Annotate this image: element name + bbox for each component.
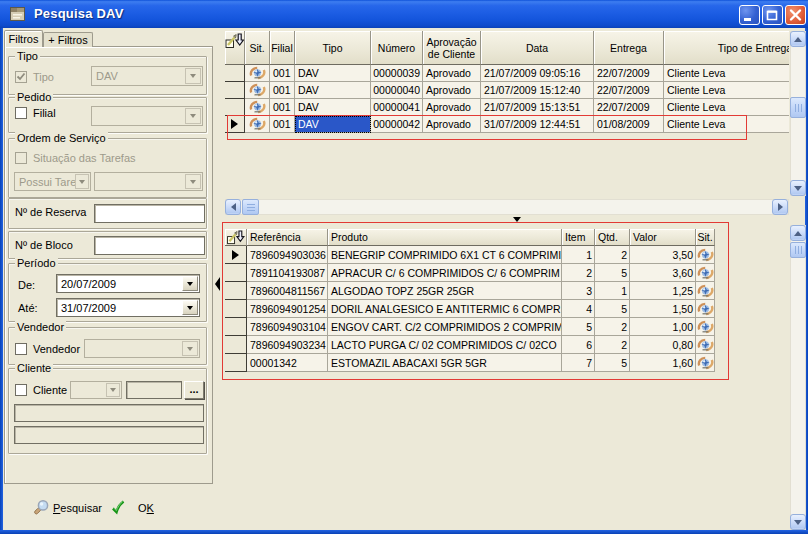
items-row-sit-icon[interactable] xyxy=(696,300,715,318)
table-cell[interactable]: 00001342 xyxy=(247,354,328,372)
orders-col-filial[interactable]: Filial xyxy=(270,31,295,65)
table-cell[interactable]: 00000041 xyxy=(371,99,423,116)
tipo-checkbox[interactable] xyxy=(15,71,27,83)
table-cell[interactable]: 7891104193087 xyxy=(247,264,328,282)
items-scroll-up-button[interactable] xyxy=(790,225,806,241)
table-cell[interactable]: Cliente Leva xyxy=(664,82,789,99)
table-cell[interactable]: 22/07/2009 xyxy=(594,99,664,116)
table-cell[interactable]: 3 xyxy=(562,282,595,300)
possui-tarefa-combo-arrow[interactable] xyxy=(75,174,89,189)
table-cell[interactable]: 7 xyxy=(562,354,595,372)
table-cell[interactable]: LACTO PURGA C/ 02 COMPRIMIDOS C/ 02CO xyxy=(328,336,562,354)
table-cell[interactable]: Aprovado xyxy=(423,116,481,133)
table-cell[interactable]: 00000042 xyxy=(371,116,423,133)
items-row-sit-icon[interactable] xyxy=(696,354,715,372)
vendedor-checkbox[interactable] xyxy=(15,343,27,355)
table-cell[interactable]: 001 xyxy=(270,65,295,82)
items-row-sit-icon[interactable] xyxy=(696,282,715,300)
orders-scroll-left-button[interactable] xyxy=(225,199,241,215)
orders-hscroll-thumb[interactable] xyxy=(242,199,259,215)
tarefa-combo[interactable] xyxy=(94,172,203,191)
table-cell[interactable]: ENGOV CART. C/2 COMPRIMIDOS 2 COMPRIM xyxy=(328,318,562,336)
table-cell[interactable]: DAV xyxy=(295,99,371,116)
minimize-button[interactable] xyxy=(739,5,760,25)
orders-scroll-up-button[interactable] xyxy=(790,31,806,47)
items-col-referencia[interactable]: Referência xyxy=(247,229,328,246)
orders-row-sit-icon[interactable] xyxy=(245,99,270,116)
table-cell[interactable]: 2 xyxy=(595,336,630,354)
periodo-ate-arrow[interactable] xyxy=(182,300,198,315)
pesquisar-button[interactable]: Pesquisar xyxy=(33,499,102,517)
periodo-de-combo[interactable]: 20/07/2009 xyxy=(56,274,200,293)
table-cell[interactable]: ESTOMAZIL ABACAXI 5GR 5GR xyxy=(328,354,562,372)
table-cell[interactable]: BENEGRIP COMPRIMIDO 6X1 CT 6 COMPRIMI xyxy=(328,246,562,264)
tab-mais-filtros[interactable]: + Filtros xyxy=(43,32,93,47)
orders-col-tipo[interactable]: Tipo xyxy=(295,31,371,65)
table-cell[interactable]: 2 xyxy=(562,264,595,282)
items-col-item[interactable]: Item xyxy=(562,229,595,246)
selected-cell[interactable]: DAV xyxy=(295,116,371,133)
table-cell[interactable]: 1 xyxy=(595,282,630,300)
tipo-combo-arrow[interactable] xyxy=(185,68,201,84)
orders-col-tipo-entrega[interactable]: Tipo de Entrega xyxy=(664,31,789,65)
cliente-combo[interactable] xyxy=(70,381,122,399)
table-cell[interactable]: Cliente Leva xyxy=(664,116,789,133)
vendedor-combo-arrow[interactable] xyxy=(182,341,198,356)
table-cell[interactable]: 1,00 xyxy=(630,318,696,336)
table-cell[interactable]: 6 xyxy=(562,336,595,354)
table-cell[interactable]: 1,25 xyxy=(630,282,696,300)
splitter-collapse-arrow[interactable] xyxy=(513,217,521,222)
filial-combo[interactable] xyxy=(91,106,203,126)
cliente-address-field[interactable] xyxy=(14,426,204,444)
orders-vscroll-thumb[interactable] xyxy=(790,97,806,118)
orders-col-numero[interactable]: Número xyxy=(371,31,423,65)
situacao-tarefas-checkbox[interactable] xyxy=(15,152,27,164)
table-cell[interactable]: 5 xyxy=(595,300,630,318)
cliente-combo-arrow[interactable] xyxy=(106,383,120,397)
table-cell[interactable]: Aprovado xyxy=(423,65,481,82)
tarefa-combo-arrow[interactable] xyxy=(185,174,201,189)
table-cell[interactable]: DORIL ANALGESICO E ANTITERMIC 6 COMPR xyxy=(328,300,562,318)
items-vscroll-thumb[interactable] xyxy=(790,242,806,258)
table-cell[interactable]: 21/07/2009 15:12:40 xyxy=(481,82,594,99)
items-row-sit-icon[interactable] xyxy=(696,318,715,336)
close-button[interactable] xyxy=(785,5,806,25)
tipo-combo[interactable]: DAV xyxy=(91,66,203,86)
orders-grid-customize-header[interactable] xyxy=(225,31,245,65)
table-cell[interactable]: 7896094901254 xyxy=(247,300,328,318)
orders-col-data[interactable]: Data xyxy=(481,31,594,65)
table-cell[interactable]: 3,50 xyxy=(630,246,696,264)
table-cell[interactable]: 22/07/2009 xyxy=(594,65,664,82)
table-cell[interactable]: 2 xyxy=(595,318,630,336)
table-cell[interactable]: 5 xyxy=(562,318,595,336)
table-cell[interactable]: 1,50 xyxy=(630,300,696,318)
orders-row-sit-icon[interactable] xyxy=(245,82,270,99)
table-cell[interactable]: 21/07/2009 15:13:51 xyxy=(481,99,594,116)
cliente-name-field[interactable] xyxy=(14,404,204,422)
orders-scroll-right-button[interactable] xyxy=(772,199,788,215)
table-cell[interactable]: 00000039 xyxy=(371,65,423,82)
table-cell[interactable]: 00000040 xyxy=(371,82,423,99)
table-cell[interactable]: 31/07/2009 12:44:51 xyxy=(481,116,594,133)
table-cell[interactable]: 001 xyxy=(270,99,295,116)
table-cell[interactable]: DAV xyxy=(295,65,371,82)
items-row-sit-icon[interactable] xyxy=(696,336,715,354)
table-cell[interactable]: 7896094903104 xyxy=(247,318,328,336)
periodo-ate-combo[interactable]: 31/07/2009 xyxy=(56,298,200,317)
table-cell[interactable]: DAV xyxy=(295,82,371,99)
table-cell[interactable]: 5 xyxy=(595,264,630,282)
table-cell[interactable]: 2 xyxy=(595,246,630,264)
cliente-checkbox[interactable] xyxy=(15,384,27,396)
orders-col-aprovacao[interactable]: Aprovação de Cliente xyxy=(423,31,481,65)
orders-col-sit[interactable]: Sit. xyxy=(245,31,270,65)
periodo-de-arrow[interactable] xyxy=(182,276,198,291)
items-vscrollbar[interactable] xyxy=(790,225,806,530)
table-cell[interactable]: 1,60 xyxy=(630,354,696,372)
table-cell[interactable]: 7896004811567 xyxy=(247,282,328,300)
items-col-sit[interactable]: Sit. xyxy=(696,229,715,246)
cliente-code-field[interactable] xyxy=(126,381,182,399)
table-cell[interactable]: 5 xyxy=(595,354,630,372)
bloco-input[interactable] xyxy=(94,236,205,255)
orders-col-entrega[interactable]: Entrega xyxy=(594,31,664,65)
items-row-sit-icon[interactable] xyxy=(696,264,715,282)
